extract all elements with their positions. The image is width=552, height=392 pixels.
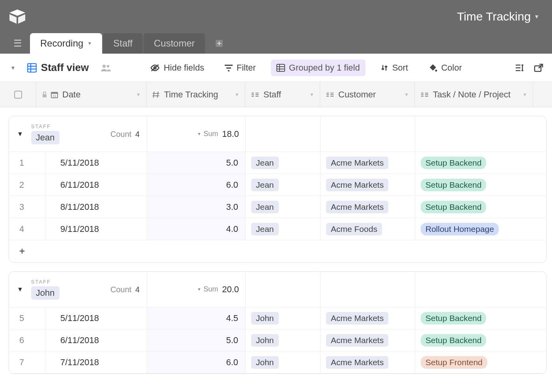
cell-time[interactable]: 5.0 [147, 329, 246, 351]
select-all-column[interactable] [0, 82, 36, 107]
staff-chip[interactable]: Jean [251, 179, 279, 191]
task-chip[interactable]: Rollout Homepage [421, 223, 499, 235]
collaborators-icon[interactable] [98, 63, 114, 72]
staff-chip[interactable]: Jean [251, 223, 279, 235]
cell-task[interactable]: Setup Backend [415, 307, 533, 329]
sort-button[interactable]: Sort [375, 60, 414, 76]
table-row[interactable]: 1 5/11/2018 5.0 Jean Acme Markets Setup … [9, 152, 546, 174]
table-row[interactable]: 7 7/11/2018 6.0 John Acme Markets Setup … [9, 351, 546, 373]
task-chip[interactable]: Setup Frontend [421, 356, 487, 369]
staff-chip[interactable]: Jean [251, 157, 279, 169]
chevron-down-icon[interactable]: ▼ [404, 92, 409, 97]
chevron-down-icon[interactable]: ▼ [136, 92, 141, 97]
column-time[interactable]: Time Tracking ▼ [147, 82, 245, 107]
column-staff[interactable]: Staff ▼ [245, 82, 320, 107]
staff-chip[interactable]: John [251, 312, 279, 325]
cell-customer[interactable]: Acme Markets [321, 307, 415, 329]
cell-customer[interactable]: Acme Markets [321, 351, 415, 373]
add-row-button[interactable]: + [9, 240, 546, 262]
tab-recording[interactable]: Recording ▼ [30, 33, 102, 54]
tab-staff[interactable]: Staff [103, 33, 143, 54]
cell-task[interactable]: Setup Backend [415, 329, 533, 351]
table-row[interactable]: 5 5/11/2018 4.5 John Acme Markets Setup … [9, 307, 546, 329]
color-button[interactable]: Color [423, 60, 468, 76]
cell-date[interactable]: 9/11/2018 [45, 218, 147, 240]
cell-customer[interactable]: Acme Markets [321, 196, 415, 218]
customer-chip[interactable]: Acme Markets [326, 179, 388, 191]
cell-date[interactable]: 6/11/2018 [45, 329, 147, 351]
staff-chip[interactable]: Jean [251, 201, 279, 213]
menu-icon[interactable]: ☰ [9, 38, 29, 54]
collapse-icon[interactable]: ▼ [17, 286, 23, 293]
cell-customer[interactable]: Acme Markets [321, 174, 415, 196]
group-sum[interactable]: ▼ Sum 20.0 [147, 272, 246, 307]
group-header: ▼ STAFF Jean Count 4 ▼ Sum 18.0 [9, 116, 546, 152]
task-chip[interactable]: Setup Backend [421, 312, 486, 325]
collapse-icon[interactable]: ▼ [17, 131, 23, 138]
group-value-chip[interactable]: John [31, 286, 60, 300]
row-height-icon[interactable] [515, 63, 524, 72]
cell-task[interactable]: Setup Backend [415, 152, 533, 174]
customer-chip[interactable]: Acme Foods [326, 223, 382, 235]
customer-chip[interactable]: Acme Markets [326, 334, 388, 347]
tab-customer[interactable]: Customer [144, 33, 205, 54]
view-menu-caret[interactable]: ▼ [9, 65, 17, 71]
cell-time[interactable]: 6.0 [147, 174, 246, 196]
filter-button[interactable]: Filter [219, 60, 261, 76]
group-sum[interactable]: ▼ Sum 18.0 [147, 116, 246, 151]
table-row[interactable]: 4 9/11/2018 4.0 Jean Acme Foods Rollout … [9, 218, 546, 240]
cell-time[interactable]: 4.0 [147, 218, 246, 240]
column-customer[interactable]: Customer ▼ [320, 82, 415, 107]
cell-customer[interactable]: Acme Foods [321, 218, 415, 240]
cell-task[interactable]: Setup Backend [415, 196, 533, 218]
cell-time[interactable]: 3.0 [147, 196, 246, 218]
cell-date[interactable]: 5/11/2018 [45, 307, 147, 329]
customer-chip[interactable]: Acme Markets [326, 312, 388, 325]
task-chip[interactable]: Setup Backend [421, 157, 486, 169]
cell-task[interactable]: Setup Frontend [415, 351, 533, 373]
cell-time[interactable]: 5.0 [147, 152, 246, 174]
cell-staff[interactable]: Jean [246, 152, 321, 174]
group-value-chip[interactable]: Jean [31, 131, 60, 144]
cell-customer[interactable]: Acme Markets [321, 152, 415, 174]
column-date[interactable]: 31 Date ▼ [36, 82, 147, 107]
customer-chip[interactable]: Acme Markets [326, 201, 388, 213]
cell-staff[interactable]: John [246, 329, 321, 351]
hide-fields-label: Hide fields [164, 63, 204, 73]
checkbox-icon[interactable] [14, 91, 22, 99]
table-row[interactable]: 6 6/11/2018 5.0 John Acme Markets Setup … [9, 329, 546, 351]
view-switcher[interactable]: Staff view [27, 62, 89, 74]
task-chip[interactable]: Setup Backend [421, 334, 486, 347]
staff-chip[interactable]: John [251, 334, 279, 347]
cell-staff[interactable]: Jean [246, 196, 321, 218]
cell-time[interactable]: 6.0 [147, 351, 246, 373]
cell-time[interactable]: 4.5 [147, 307, 246, 329]
share-icon[interactable] [534, 63, 543, 72]
customer-chip[interactable]: Acme Markets [326, 356, 388, 369]
task-chip[interactable]: Setup Backend [421, 179, 486, 191]
staff-chip[interactable]: John [251, 356, 279, 369]
add-tab-button[interactable] [211, 35, 228, 52]
chevron-down-icon[interactable]: ▼ [235, 92, 239, 97]
cell-date[interactable]: 7/11/2018 [45, 351, 147, 373]
cell-date[interactable]: 8/11/2018 [45, 196, 147, 218]
group-button[interactable]: Grouped by 1 field [271, 60, 366, 76]
customer-chip[interactable]: Acme Markets [326, 157, 388, 169]
cell-task[interactable]: Setup Backend [415, 174, 533, 196]
task-chip[interactable]: Setup Backend [421, 201, 486, 213]
cell-date[interactable]: 6/11/2018 [45, 174, 147, 196]
table-row[interactable]: 2 6/11/2018 6.0 Jean Acme Markets Setup … [9, 174, 546, 196]
cell-date[interactable]: 5/11/2018 [45, 152, 147, 174]
table-row[interactable]: 3 8/11/2018 3.0 Jean Acme Markets Setup … [9, 196, 546, 218]
hide-fields-button[interactable]: Hide fields [145, 60, 210, 76]
cell-staff[interactable]: Jean [246, 218, 321, 240]
chevron-down-icon[interactable]: ▼ [310, 92, 314, 97]
column-task[interactable]: Task / Note / Project ▼ [415, 82, 533, 107]
cell-task[interactable]: Rollout Homepage [415, 218, 533, 240]
chevron-down-icon[interactable]: ▼ [522, 92, 527, 97]
cell-staff[interactable]: Jean [246, 174, 321, 196]
app-title-dropdown[interactable]: Time Tracking ▼ [457, 10, 539, 23]
cell-staff[interactable]: John [246, 351, 321, 373]
cell-staff[interactable]: John [246, 307, 321, 329]
cell-customer[interactable]: Acme Markets [321, 329, 415, 351]
